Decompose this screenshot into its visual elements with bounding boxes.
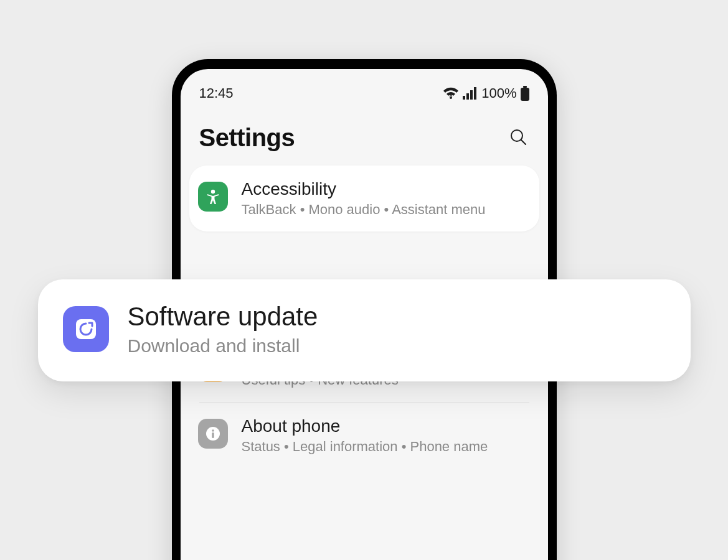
- svg-point-11: [212, 429, 214, 432]
- settings-item-about-phone[interactable]: About phone Status • Legal information •…: [189, 403, 539, 469]
- item-texts: Accessibility TalkBack • Mono audio • As…: [242, 179, 528, 218]
- item-texts: About phone Status • Legal information •…: [242, 416, 528, 455]
- svg-rect-3: [474, 87, 476, 100]
- svg-rect-4: [523, 86, 527, 88]
- cellular-icon: [463, 87, 478, 100]
- status-time: 12:45: [199, 85, 234, 101]
- settings-header: Settings: [181, 106, 548, 166]
- page-title: Settings: [199, 124, 295, 152]
- item-texts: Software update Download and install: [128, 302, 666, 357]
- search-icon: [509, 128, 527, 148]
- wifi-icon: [443, 87, 459, 100]
- item-subtitle: TalkBack • Mono audio • Assistant menu: [242, 202, 528, 218]
- settings-item-accessibility[interactable]: Accessibility TalkBack • Mono audio • As…: [189, 166, 539, 231]
- svg-rect-0: [463, 96, 465, 100]
- item-title: About phone: [242, 416, 528, 436]
- battery-percent: 100%: [481, 85, 516, 101]
- search-button[interactable]: [507, 127, 529, 149]
- battery-icon: [521, 86, 529, 101]
- svg-rect-2: [470, 90, 473, 100]
- svg-line-7: [521, 140, 526, 144]
- svg-rect-13: [76, 319, 96, 339]
- status-bar: 12:45 100%: [181, 69, 548, 106]
- status-icons: 100%: [443, 85, 529, 101]
- settings-item-software-update[interactable]: Software update Download and install: [38, 279, 691, 381]
- accessibility-icon: [198, 182, 228, 212]
- software-update-icon: [63, 306, 109, 352]
- svg-point-8: [210, 190, 214, 194]
- item-title: Accessibility: [242, 179, 528, 199]
- item-subtitle: Download and install: [128, 335, 666, 357]
- svg-rect-5: [521, 88, 529, 101]
- item-subtitle: Status • Legal information • Phone name: [242, 439, 528, 455]
- svg-rect-12: [212, 432, 214, 438]
- svg-rect-1: [466, 93, 469, 100]
- info-icon: [198, 419, 228, 449]
- item-title: Software update: [128, 302, 666, 332]
